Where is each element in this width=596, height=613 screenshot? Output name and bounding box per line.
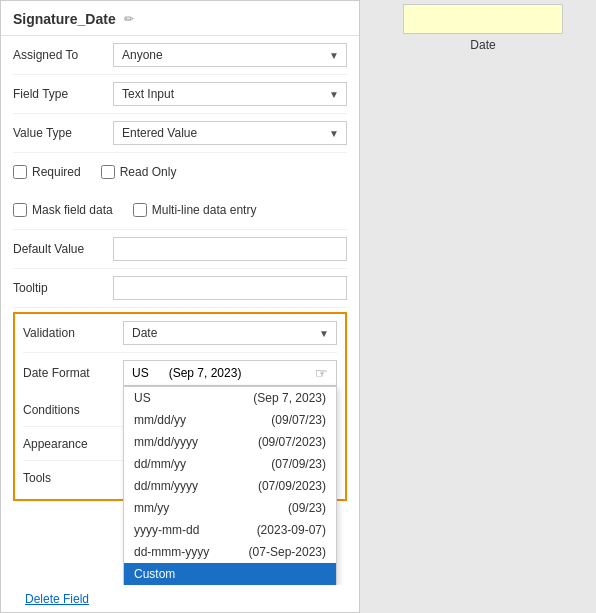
tooltip-label: Tooltip (13, 281, 113, 295)
conditions-label: Conditions (23, 403, 123, 417)
field-type-label: Field Type (13, 87, 113, 101)
header-row: Signature_Date ✏ (1, 1, 359, 36)
default-value-input[interactable] (113, 237, 347, 261)
edit-icon[interactable]: ✏ (124, 12, 134, 26)
date-format-list: US (Sep 7, 2023) mm/dd/yy (09/07/23) mm/… (123, 386, 337, 585)
checkbox-group-1: Required Read Only (13, 160, 176, 184)
date-format-dropdown: US (Sep 7, 2023) ☞ US (Sep 7, 2023) mm/d… (123, 360, 337, 386)
field-title: Signature_Date (13, 11, 116, 27)
appearance-label: Appearance (23, 437, 123, 451)
checkbox-group-2: Mask field data Multi-line data entry (13, 198, 256, 222)
value-type-select[interactable]: Entered Value (113, 121, 347, 145)
date-format-item-ddmmyyyy[interactable]: dd/mm/yyyy (07/09/2023) (124, 475, 336, 497)
value-type-select-wrapper: Entered Value ▼ (113, 121, 347, 145)
date-format-item-ddmmmyyyy[interactable]: dd-mmm-yyyy (07-Sep-2023) (124, 541, 336, 563)
tooltip-input[interactable] (113, 276, 347, 300)
date-format-trigger[interactable]: US (Sep 7, 2023) ☞ (123, 360, 337, 386)
date-format-item-mmddyyyy[interactable]: mm/dd/yyyy (09/07/2023) (124, 431, 336, 453)
validation-section: Validation Date ▼ Date Format US (Se (13, 312, 347, 501)
multiline-checkbox[interactable] (133, 203, 147, 217)
delete-field-link[interactable]: Delete Field (13, 584, 101, 613)
value-type-row: Value Type Entered Value ▼ (13, 114, 347, 153)
left-panel: Signature_Date ✏ Assigned To Anyone ▼ Fi… (0, 0, 360, 613)
required-checkbox[interactable] (13, 165, 27, 179)
multiline-checkbox-item[interactable]: Multi-line data entry (133, 203, 257, 217)
tooltip-row: Tooltip (13, 269, 347, 308)
validation-row: Validation Date ▼ (23, 314, 337, 353)
date-format-item-mmddyy[interactable]: mm/dd/yy (09/07/23) (124, 409, 336, 431)
date-format-selected-key: US (132, 366, 149, 380)
date-format-item-us[interactable]: US (Sep 7, 2023) (124, 387, 336, 409)
validation-inner: Validation Date ▼ Date Format US (Se (15, 314, 345, 393)
form-body: Assigned To Anyone ▼ Field Type Text Inp… (1, 36, 359, 585)
mask-field-checkbox-item[interactable]: Mask field data (13, 203, 113, 217)
checkboxes-row2: Mask field data Multi-line data entry (13, 191, 347, 230)
default-value-row: Default Value (13, 230, 347, 269)
required-label: Required (32, 165, 81, 179)
field-preview-box (403, 4, 563, 34)
field-type-select-wrapper: Text Input ▼ (113, 82, 347, 106)
assigned-to-select[interactable]: Anyone (113, 43, 347, 67)
read-only-label: Read Only (120, 165, 177, 179)
date-format-selected-example: (Sep 7, 2023) (149, 366, 315, 380)
default-value-label: Default Value (13, 242, 113, 256)
date-format-item-ddmmyy[interactable]: dd/mm/yy (07/09/23) (124, 453, 336, 475)
date-format-cursor: ☞ (315, 365, 328, 381)
field-type-select[interactable]: Text Input (113, 82, 347, 106)
assigned-to-select-wrapper: Anyone ▼ (113, 43, 347, 67)
multiline-label: Multi-line data entry (152, 203, 257, 217)
date-format-label: Date Format (23, 366, 123, 380)
checkboxes-row1: Required Read Only (13, 153, 347, 191)
value-type-label: Value Type (13, 126, 113, 140)
field-type-row: Field Type Text Input ▼ (13, 75, 347, 114)
date-format-item-custom[interactable]: Custom (124, 563, 336, 585)
validation-select-wrapper: Date ▼ (123, 321, 337, 345)
read-only-checkbox-item[interactable]: Read Only (101, 165, 177, 179)
assigned-to-label: Assigned To (13, 48, 113, 62)
mask-field-checkbox[interactable] (13, 203, 27, 217)
date-label: Date (470, 38, 495, 52)
validation-label: Validation (23, 326, 123, 340)
date-format-item-yyyymmdd[interactable]: yyyy-mm-dd (2023-09-07) (124, 519, 336, 541)
tools-label: Tools (23, 471, 123, 485)
date-format-item-mmyy[interactable]: mm/yy (09/23) (124, 497, 336, 519)
date-format-row: Date Format US (Sep 7, 2023) ☞ US (Sep 7… (23, 353, 337, 393)
read-only-checkbox[interactable] (101, 165, 115, 179)
mask-field-label: Mask field data (32, 203, 113, 217)
footer: Delete Field (1, 585, 359, 612)
assigned-to-row: Assigned To Anyone ▼ (13, 36, 347, 75)
right-panel: Date (360, 0, 596, 613)
validation-select[interactable]: Date (123, 321, 337, 345)
required-checkbox-item[interactable]: Required (13, 165, 81, 179)
